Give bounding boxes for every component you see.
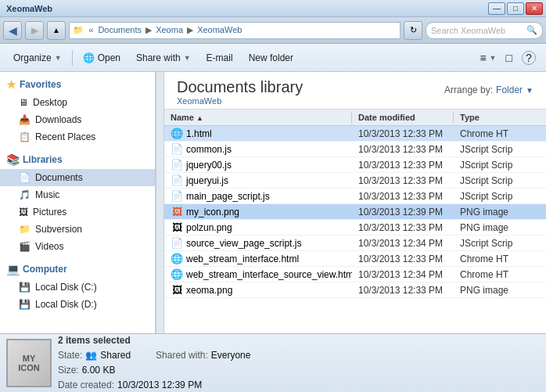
arrange-by: Arrange by: Folder ▼ [444,78,533,95]
library-subtitle: XeomaWeb [177,96,303,106]
forward-button[interactable]: ▶ [25,21,44,40]
search-icon: 🔍 [526,25,537,35]
file-area: Documents library XeomaWeb Arrange by: F… [164,72,546,333]
breadcrumb-part1[interactable]: Documents [98,25,142,34]
status-detail-3: Date created: 10/3/2013 12:39 PM [58,378,250,392]
sidebar-scrollbar[interactable] [156,72,163,333]
file-icon: 📄 [171,237,183,250]
thumbnail-text: MY ICON [18,354,40,372]
minimize-button[interactable]: — [488,2,505,15]
sidebar-item-label: Videos [35,241,63,252]
downloads-icon: 📥 [19,114,31,125]
breadcrumb-text: 📁 « Documents ▶ Xeoma ▶ XeomaWeb [73,25,242,35]
preview-button[interactable]: □ [502,47,516,69]
size-label: Size: [58,363,79,378]
organize-label: Organize [13,52,52,63]
organize-button[interactable]: Organize ▼ [6,47,69,69]
documents-icon: 📄 [19,172,31,183]
sidebar-item-subversion[interactable]: 📁 Subversion [0,221,155,238]
views-arrow: ▼ [490,54,497,62]
sidebar-section-libraries[interactable]: 📚 Libraries [0,150,155,169]
sidebar-item-desktop[interactable]: 🖥 Desktop [0,94,155,111]
sidebar-panel: ★ Favorites 🖥 Desktop 📥 Downloads 📋 Rece… [0,72,164,333]
file-icon: 🌐 [171,253,183,265]
breadcrumb-part3[interactable]: XeomaWeb [197,25,242,34]
file-cell-date: 10/3/2013 12:33 PM [352,175,454,186]
breadcrumb[interactable]: 📁 « Documents ▶ Xeoma ▶ XeomaWeb [69,22,401,39]
organize-arrow: ▼ [55,54,62,62]
views-button[interactable]: ≡ ▼ [476,47,500,69]
table-row[interactable]: 📄 jquery00.js 10/3/2013 12:33 PM JScript… [164,157,546,173]
sidebar-item-local-d[interactable]: 💾 Local Disk (D:) [0,296,155,313]
sidebar-section-favorites[interactable]: ★ Favorites [0,75,155,94]
status-detail-2: Size: 6.00 KB [58,363,250,378]
table-row[interactable]: 📄 source_view_page_script.js 10/3/2013 1… [164,236,546,251]
new-folder-button[interactable]: New folder [242,47,300,69]
breadcrumb-part2[interactable]: Xeoma [156,25,183,34]
file-cell-type: JScript Scrip [454,144,546,155]
sidebar-item-music[interactable]: 🎵 Music [0,186,155,203]
email-button[interactable]: E-mail [199,47,240,69]
table-row[interactable]: 📄 common.js 10/3/2013 12:33 PM JScript S… [164,142,546,157]
file-list-header: Name ▲ Date modified Type [164,110,546,126]
arrange-arrow[interactable]: ▼ [526,86,533,95]
sidebar-item-label: Downloads [35,114,81,125]
file-cell-name: 📄 common.js [164,143,352,156]
table-row[interactable]: 📄 jqueryui.js 10/3/2013 12:33 PM JScript… [164,173,546,189]
main-content: ★ Favorites 🖥 Desktop 📥 Downloads 📋 Rece… [0,72,546,333]
file-cell-date: 10/3/2013 12:33 PM [352,222,454,233]
sidebar-item-label: Local Disk (D:) [35,299,97,310]
column-header-date[interactable]: Date modified [352,111,454,124]
created-label: Date created: [58,378,114,392]
sidebar-item-downloads[interactable]: 📥 Downloads [0,111,155,128]
file-cell-name: 📄 main_page_script.js [164,190,352,203]
sidebar-item-documents[interactable]: 📄 Documents [0,169,155,186]
sort-arrow-name: ▲ [196,114,203,122]
share-with-button[interactable]: Share with ▼ [129,47,198,69]
sidebar-section-computer[interactable]: 💻 Computer [0,260,155,279]
library-title-block: Documents library XeomaWeb [177,78,303,106]
column-header-name[interactable]: Name ▲ [164,111,352,124]
maximize-button[interactable]: □ [507,2,524,15]
libraries-label: Libraries [23,154,63,165]
file-icon: 📄 [171,159,183,171]
arrange-value[interactable]: Folder [496,85,523,95]
file-name: jqueryui.js [186,175,228,186]
file-cell-date: 10/3/2013 12:33 PM [352,160,454,171]
sidebar-item-pictures[interactable]: 🖼 Pictures [0,203,155,221]
up-button[interactable]: ▲ [47,21,66,40]
search-box[interactable]: Search XeomaWeb 🔍 [426,22,543,39]
favorites-label: Favorites [20,79,61,90]
file-cell-type: JScript Scrip [454,175,546,186]
table-row[interactable]: 🌐 1.html 10/3/2013 12:33 PM Chrome HT [164,126,546,142]
open-icon: 🌐 [83,52,95,63]
back-button[interactable]: ◀ [3,21,22,40]
table-row[interactable]: 📄 main_page_script.js 10/3/2013 12:33 PM… [164,189,546,204]
table-row[interactable]: 🖼 xeoma.png 10/3/2013 12:33 PM PNG image [164,282,546,298]
email-label: E-mail [207,52,233,63]
share-with-label: Share with [136,52,181,63]
table-row[interactable]: 🌐 web_stream_interface_source_view.html … [164,267,546,282]
pictures-icon: 🖼 [19,207,28,218]
file-name: my_icon.png [186,207,239,218]
status-bar: MY ICON 2 items selected State: 👥 Shared… [0,333,546,392]
subversion-icon: 📁 [19,224,31,235]
sidebar-item-local-c[interactable]: 💾 Local Disk (C:) [0,279,155,296]
close-button[interactable]: ✕ [526,2,543,15]
sidebar-item-videos[interactable]: 🎬 Videos [0,238,155,255]
file-icon: 🖼 [171,206,183,218]
status-info: 2 items selected State: 👥 Shared Shared … [58,333,250,392]
file-cell-name: 📄 jqueryui.js [164,174,352,187]
open-button[interactable]: 🌐 Open [76,47,128,69]
table-row[interactable]: 🖼 polzun.png 10/3/2013 12:33 PM PNG imag… [164,220,546,236]
help-button[interactable]: ? [518,47,540,69]
file-scroll-container[interactable]: Name ▲ Date modified Type 🌐 1.html 10/3/… [164,110,546,333]
column-header-type[interactable]: Type [454,111,546,124]
sidebar-item-recent-places[interactable]: 📋 Recent Places [0,128,155,146]
table-row[interactable]: 🌐 web_stream_interface.html 10/3/2013 12… [164,251,546,267]
file-name: web_stream_interface_source_view.html [186,269,352,280]
table-row[interactable]: 🖼 my_icon.png 10/3/2013 12:39 PM PNG ima… [164,204,546,220]
status-detail: State: 👥 Shared Shared with: Everyone [58,348,250,363]
refresh-button[interactable]: ↻ [404,21,422,40]
share-with-arrow: ▼ [184,54,191,62]
